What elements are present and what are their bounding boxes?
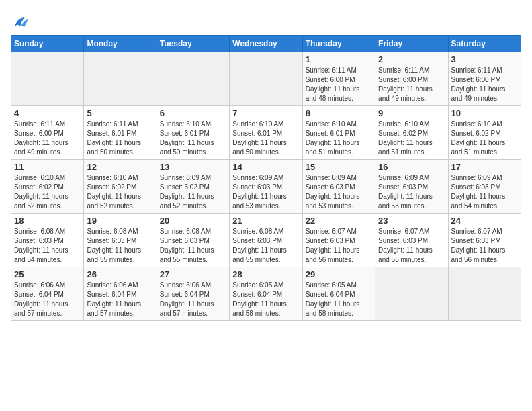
day-cell: 7Sunrise: 6:10 AM Sunset: 6:01 PM Daylig…: [230, 106, 302, 160]
day-number: 6: [160, 108, 226, 118]
day-info: Sunrise: 6:06 AM Sunset: 6:04 PM Dayligh…: [160, 281, 226, 318]
day-cell: [84, 52, 157, 106]
day-info: Sunrise: 6:05 AM Sunset: 6:04 PM Dayligh…: [306, 281, 372, 318]
day-info: Sunrise: 6:09 AM Sunset: 6:03 PM Dayligh…: [306, 173, 372, 211]
day-cell: 14Sunrise: 6:09 AM Sunset: 6:03 PM Dayli…: [230, 160, 302, 214]
day-info: Sunrise: 6:09 AM Sunset: 6:02 PM Dayligh…: [160, 173, 226, 211]
day-info: Sunrise: 6:08 AM Sunset: 6:03 PM Dayligh…: [87, 227, 153, 265]
day-info: Sunrise: 6:05 AM Sunset: 6:04 PM Dayligh…: [232, 281, 299, 318]
day-number: 18: [14, 216, 81, 226]
week-row-4: 18Sunrise: 6:08 AM Sunset: 6:03 PM Dayli…: [11, 214, 521, 267]
day-number: 16: [378, 162, 445, 172]
day-cell: 21Sunrise: 6:08 AM Sunset: 6:03 PM Dayli…: [230, 214, 302, 267]
day-cell: 23Sunrise: 6:07 AM Sunset: 6:03 PM Dayli…: [375, 214, 448, 267]
day-cell: 10Sunrise: 6:10 AM Sunset: 6:02 PM Dayli…: [448, 106, 521, 160]
week-row-1: 1Sunrise: 6:11 AM Sunset: 6:00 PM Daylig…: [11, 52, 521, 106]
header-tuesday: Tuesday: [157, 36, 229, 52]
day-number: 1: [306, 54, 372, 64]
day-cell: 17Sunrise: 6:09 AM Sunset: 6:03 PM Dayli…: [448, 160, 521, 214]
day-number: 22: [306, 216, 372, 226]
header-wednesday: Wednesday: [230, 36, 302, 52]
day-cell: 6Sunrise: 6:10 AM Sunset: 6:01 PM Daylig…: [157, 106, 229, 160]
day-number: 4: [14, 108, 81, 118]
day-info: Sunrise: 6:10 AM Sunset: 6:02 PM Dayligh…: [14, 173, 81, 211]
day-number: 12: [87, 162, 153, 172]
day-info: Sunrise: 6:09 AM Sunset: 6:03 PM Dayligh…: [378, 173, 445, 211]
day-number: 24: [451, 216, 518, 226]
day-info: Sunrise: 6:07 AM Sunset: 6:03 PM Dayligh…: [378, 227, 445, 265]
day-cell: [375, 267, 448, 321]
day-number: 2: [378, 54, 445, 64]
header-monday: Monday: [84, 36, 157, 52]
week-row-2: 4Sunrise: 6:11 AM Sunset: 6:00 PM Daylig…: [11, 106, 521, 160]
day-number: 19: [87, 216, 153, 226]
day-info: Sunrise: 6:07 AM Sunset: 6:03 PM Dayligh…: [451, 227, 518, 265]
logo-icon: [11, 13, 30, 32]
day-info: Sunrise: 6:11 AM Sunset: 6:00 PM Dayligh…: [378, 66, 445, 103]
day-info: Sunrise: 6:10 AM Sunset: 6:02 PM Dayligh…: [378, 120, 445, 157]
day-info: Sunrise: 6:10 AM Sunset: 6:02 PM Dayligh…: [87, 173, 153, 211]
header-saturday: Saturday: [448, 36, 521, 52]
day-number: 3: [451, 54, 518, 64]
header-thursday: Thursday: [302, 36, 375, 52]
day-cell: [11, 52, 84, 106]
day-cell: 27Sunrise: 6:06 AM Sunset: 6:04 PM Dayli…: [157, 267, 229, 321]
day-number: 11: [14, 162, 81, 172]
day-cell: 3Sunrise: 6:11 AM Sunset: 6:00 PM Daylig…: [448, 52, 521, 106]
day-cell: 26Sunrise: 6:06 AM Sunset: 6:04 PM Dayli…: [84, 267, 157, 321]
day-info: Sunrise: 6:11 AM Sunset: 6:00 PM Dayligh…: [451, 66, 518, 103]
day-number: 10: [451, 108, 518, 118]
day-number: 8: [306, 108, 372, 118]
day-cell: 1Sunrise: 6:11 AM Sunset: 6:00 PM Daylig…: [302, 52, 375, 106]
day-number: 13: [160, 162, 226, 172]
day-cell: 18Sunrise: 6:08 AM Sunset: 6:03 PM Dayli…: [11, 214, 84, 267]
day-info: Sunrise: 6:06 AM Sunset: 6:04 PM Dayligh…: [87, 281, 153, 318]
day-info: Sunrise: 6:11 AM Sunset: 6:01 PM Dayligh…: [87, 120, 153, 157]
day-cell: [448, 267, 521, 321]
day-cell: 11Sunrise: 6:10 AM Sunset: 6:02 PM Dayli…: [11, 160, 84, 214]
day-number: 21: [232, 216, 299, 226]
day-cell: 25Sunrise: 6:06 AM Sunset: 6:04 PM Dayli…: [11, 267, 84, 321]
day-cell: 24Sunrise: 6:07 AM Sunset: 6:03 PM Dayli…: [448, 214, 521, 267]
day-cell: 20Sunrise: 6:08 AM Sunset: 6:03 PM Dayli…: [157, 214, 229, 267]
day-cell: 16Sunrise: 6:09 AM Sunset: 6:03 PM Dayli…: [375, 160, 448, 214]
day-cell: 22Sunrise: 6:07 AM Sunset: 6:03 PM Dayli…: [302, 214, 375, 267]
day-number: 14: [232, 162, 299, 172]
day-cell: 8Sunrise: 6:10 AM Sunset: 6:01 PM Daylig…: [302, 106, 375, 160]
day-cell: 15Sunrise: 6:09 AM Sunset: 6:03 PM Dayli…: [302, 160, 375, 214]
day-cell: 2Sunrise: 6:11 AM Sunset: 6:00 PM Daylig…: [375, 52, 448, 106]
day-info: Sunrise: 6:06 AM Sunset: 6:04 PM Dayligh…: [14, 281, 81, 318]
day-number: 23: [378, 216, 445, 226]
day-info: Sunrise: 6:09 AM Sunset: 6:03 PM Dayligh…: [451, 173, 518, 211]
day-cell: 5Sunrise: 6:11 AM Sunset: 6:01 PM Daylig…: [84, 106, 157, 160]
calendar-table: SundayMondayTuesdayWednesdayThursdayFrid…: [11, 35, 521, 321]
day-cell: [157, 52, 229, 106]
day-cell: 12Sunrise: 6:10 AM Sunset: 6:02 PM Dayli…: [84, 160, 157, 214]
header-friday: Friday: [375, 36, 448, 52]
week-row-3: 11Sunrise: 6:10 AM Sunset: 6:02 PM Dayli…: [11, 160, 521, 214]
day-info: Sunrise: 6:08 AM Sunset: 6:03 PM Dayligh…: [232, 227, 299, 265]
day-info: Sunrise: 6:08 AM Sunset: 6:03 PM Dayligh…: [14, 227, 81, 265]
logo: [11, 13, 32, 32]
day-number: 26: [87, 269, 153, 279]
day-info: Sunrise: 6:10 AM Sunset: 6:02 PM Dayligh…: [451, 120, 518, 157]
day-cell: 9Sunrise: 6:10 AM Sunset: 6:02 PM Daylig…: [375, 106, 448, 160]
day-cell: 29Sunrise: 6:05 AM Sunset: 6:04 PM Dayli…: [302, 267, 375, 321]
day-info: Sunrise: 6:07 AM Sunset: 6:03 PM Dayligh…: [306, 227, 372, 265]
day-info: Sunrise: 6:11 AM Sunset: 6:00 PM Dayligh…: [14, 120, 81, 157]
day-info: Sunrise: 6:10 AM Sunset: 6:01 PM Dayligh…: [160, 120, 226, 157]
day-cell: 28Sunrise: 6:05 AM Sunset: 6:04 PM Dayli…: [230, 267, 302, 321]
day-cell: [230, 52, 302, 106]
week-row-5: 25Sunrise: 6:06 AM Sunset: 6:04 PM Dayli…: [11, 267, 521, 321]
day-info: Sunrise: 6:10 AM Sunset: 6:01 PM Dayligh…: [306, 120, 372, 157]
day-number: 27: [160, 269, 226, 279]
day-number: 7: [232, 108, 299, 118]
header-sunday: Sunday: [11, 36, 84, 52]
calendar-header-row: SundayMondayTuesdayWednesdayThursdayFrid…: [11, 36, 521, 52]
day-number: 15: [306, 162, 372, 172]
day-number: 9: [378, 108, 445, 118]
day-number: 20: [160, 216, 226, 226]
day-number: 29: [306, 269, 372, 279]
day-cell: 4Sunrise: 6:11 AM Sunset: 6:00 PM Daylig…: [11, 106, 84, 160]
day-cell: 13Sunrise: 6:09 AM Sunset: 6:02 PM Dayli…: [157, 160, 229, 214]
